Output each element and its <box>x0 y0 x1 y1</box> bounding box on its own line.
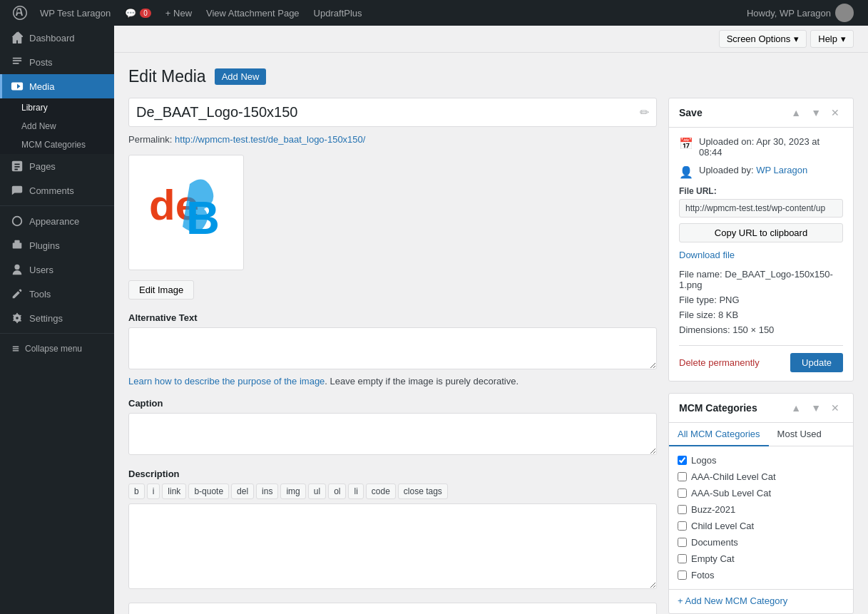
mcm-checkbox-0[interactable] <box>678 456 687 465</box>
content-sidebar: Save ▲ ▼ ✕ 📅 U <box>668 98 854 614</box>
view-attachment-link[interactable]: View Attachment Page <box>199 0 307 26</box>
save-panel-body: 📅 Uploaded on: Apr 30, 2023 at 08:44 👤 <box>669 128 853 381</box>
sidebar-sub-library[interactable]: Library <box>0 98 114 117</box>
sidebar-item-plugins[interactable]: Plugins <box>0 233 114 257</box>
alt-text-input[interactable] <box>128 327 657 369</box>
permalink: Permalink: http://wpmcm-test.test/de_baa… <box>128 134 657 145</box>
slug-up-btn[interactable]: ▲ <box>587 610 606 614</box>
toolbar-btn-ol[interactable]: ol <box>328 483 346 499</box>
sidebar-sub-mcm-categories[interactable]: MCM Categories <box>0 135 114 154</box>
caption-input[interactable] <box>128 413 657 455</box>
toolbar-btn-ins[interactable]: ins <box>256 483 278 499</box>
mcm-checkbox-6[interactable] <box>678 554 687 563</box>
toolbar-btn-i[interactable]: i <box>147 483 160 499</box>
tab-most-used[interactable]: Most Used <box>769 423 830 446</box>
sidebar-divider <box>0 205 114 206</box>
filename-bar: ✏ <box>128 98 657 127</box>
mcm-category-item: Child Level Cat <box>678 518 844 534</box>
toolbar-btn-img[interactable]: img <box>280 483 305 499</box>
toolbar-btn-b[interactable]: b <box>128 483 145 499</box>
content-main: ✏ Permalink: http://wpmcm-test.test/de_b… <box>128 98 657 614</box>
sidebar: Dashboard Posts Media Library Add New MC… <box>0 26 114 614</box>
page-title: Edit Media <box>128 67 206 86</box>
slug-header[interactable]: Slug ▲ ▼ ✕ <box>129 603 656 614</box>
sidebar-item-tools[interactable]: Tools <box>0 282 114 306</box>
mcm-down-btn[interactable]: ▼ <box>807 401 824 415</box>
updraftplus-link[interactable]: UpdraftPlus <box>307 0 369 26</box>
slug-down-btn[interactable]: ▼ <box>608 610 627 614</box>
admin-bar: WP Test Laragon 💬 0 + New View Attachmen… <box>0 0 868 26</box>
file-name-info: File name: De_BAAT_Logo-150x150-1.png <box>679 269 843 290</box>
mcm-checkbox-2[interactable] <box>678 488 687 498</box>
mcm-checkbox-1[interactable] <box>678 472 687 481</box>
comments-link[interactable]: 💬 0 <box>118 0 158 26</box>
wp-logo[interactable] <box>7 0 33 26</box>
toolbar-btn-link[interactable]: link <box>162 483 186 499</box>
toolbar-btn-li[interactable]: li <box>348 483 363 499</box>
mcm-checkbox-7[interactable] <box>678 570 687 580</box>
toolbar-btn-close-tags[interactable]: close tags <box>398 483 448 499</box>
edit-filename-icon[interactable]: ✏ <box>640 106 649 119</box>
permalink-link[interactable]: http://wpmcm-test.test/de_baat_logo-150x… <box>175 134 365 145</box>
update-button[interactable]: Update <box>790 353 843 372</box>
sidebar-item-pages[interactable]: Pages <box>0 154 114 178</box>
sidebar-item-settings[interactable]: Settings <box>0 306 114 330</box>
admin-bar-right: Howdy, WP Laragon <box>740 4 861 22</box>
save-panel-close-btn[interactable]: ✕ <box>827 106 843 120</box>
download-file-link[interactable]: Download file <box>679 250 843 260</box>
sidebar-item-media[interactable]: Media <box>0 74 114 98</box>
toolbar-btn-b-quote[interactable]: b-quote <box>188 483 229 499</box>
help-btn[interactable]: Help ▾ <box>810 30 854 48</box>
uploaded-by-text: Uploaded by: WP Laragon <box>699 165 807 175</box>
save-panel-down-btn[interactable]: ▼ <box>807 106 824 120</box>
mcm-panel: MCM Categories ▲ ▼ ✕ All MCM Categories … <box>668 393 854 614</box>
save-panel-up-btn[interactable]: ▲ <box>787 106 805 120</box>
mcm-category-item: Buzz-2021 <box>678 501 844 518</box>
mcm-category-item: AAA-Child Level Cat <box>678 469 844 485</box>
new-content-link[interactable]: + New <box>158 0 199 26</box>
sidebar-item-dashboard[interactable]: Dashboard <box>0 26 114 50</box>
copy-url-button[interactable]: Copy URL to clipboard <box>679 223 843 242</box>
main-content: Screen Options ▾ Help ▾ Edit Media Add N… <box>114 26 868 614</box>
file-url-input[interactable] <box>679 199 843 218</box>
uploaded-by-row: 👤 Uploaded by: WP Laragon <box>679 165 843 179</box>
toolbar-btn-ul[interactable]: ul <box>308 483 326 499</box>
sidebar-menu: Dashboard Posts Media Library Add New MC… <box>0 26 114 361</box>
uploaded-by-link[interactable]: WP Laragon <box>756 165 807 175</box>
mcm-checkbox-5[interactable] <box>678 538 687 547</box>
toolbar-btn-code[interactable]: code <box>366 483 396 499</box>
tab-all-mcm[interactable]: All MCM Categories <box>669 423 769 446</box>
description-label: Description <box>128 469 657 479</box>
description-input[interactable] <box>128 503 657 589</box>
sidebar-item-comments[interactable]: Comments <box>0 178 114 203</box>
save-panel-controls: ▲ ▼ ✕ <box>787 106 843 120</box>
calendar-icon: 📅 <box>679 137 693 150</box>
toolbar-btn-del[interactable]: del <box>231 483 254 499</box>
add-new-mcm-link[interactable]: + Add New MCM Category <box>669 589 853 613</box>
edit-image-button[interactable]: Edit Image <box>128 280 194 300</box>
site-name[interactable]: WP Test Laragon <box>33 0 118 26</box>
mcm-checkbox-3[interactable] <box>678 505 687 514</box>
mcm-category-list: LogosAAA-Child Level CatAAA-Sub Level Ca… <box>669 446 853 589</box>
slug-close-btn[interactable]: ✕ <box>630 610 646 614</box>
mcm-close-btn[interactable]: ✕ <box>827 401 843 415</box>
alt-text-section: Alternative Text Learn how to describe t… <box>128 312 657 387</box>
mcm-category-label: Buzz-2021 <box>691 504 735 515</box>
image-preview: de B <box>128 155 244 270</box>
mcm-category-label: AAA-Child Level Cat <box>691 471 776 482</box>
sidebar-item-posts[interactable]: Posts <box>0 50 114 74</box>
page-wrap: Edit Media Add New ✏ Permalink: http://w… <box>114 53 868 614</box>
filename-input[interactable] <box>136 104 640 121</box>
alt-text-help-link[interactable]: Learn how to describe the purpose of the… <box>128 376 325 387</box>
add-new-button[interactable]: Add New <box>215 68 267 85</box>
sidebar-sub-add-new[interactable]: Add New <box>0 117 114 135</box>
screen-options-btn[interactable]: Screen Options ▾ <box>719 30 807 48</box>
collapse-menu-btn[interactable]: Collapse menu <box>0 337 114 361</box>
dimensions-info: Dimensions: 150 × 150 <box>679 324 843 335</box>
delete-link[interactable]: Delete permanently <box>679 357 760 368</box>
mcm-checkbox-4[interactable] <box>678 521 687 531</box>
content-grid: ✏ Permalink: http://wpmcm-test.test/de_b… <box>128 98 854 614</box>
mcm-up-btn[interactable]: ▲ <box>787 401 805 415</box>
sidebar-item-users[interactable]: Users <box>0 257 114 282</box>
sidebar-item-appearance[interactable]: Appearance <box>0 209 114 233</box>
